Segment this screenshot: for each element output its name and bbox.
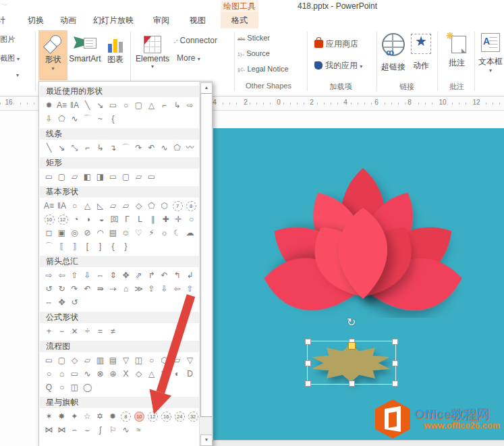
shape-icon[interactable]: ↶ bbox=[81, 283, 94, 296]
shape-icon[interactable]: ✸ bbox=[55, 410, 68, 423]
tab-design-partial[interactable]: 计 bbox=[0, 12, 8, 28]
adjustment-handle[interactable] bbox=[348, 342, 356, 350]
shape-icon[interactable]: ⊕ bbox=[107, 368, 119, 381]
shape-icon[interactable]: ⚡ bbox=[145, 227, 158, 240]
textbox-button[interactable]: A 文本框 ▾ bbox=[478, 33, 503, 74]
shape-icon[interactable]: ⬠ bbox=[171, 142, 184, 155]
shape-icon[interactable]: ☆ bbox=[81, 410, 94, 423]
shape-icon[interactable]: ∿ bbox=[81, 368, 94, 381]
shape-icon[interactable]: = bbox=[94, 325, 107, 338]
shape-icon[interactable]: + bbox=[43, 325, 55, 338]
shape-icon[interactable]: ▢ bbox=[55, 171, 68, 184]
shape-icon[interactable]: ⇔ bbox=[43, 296, 55, 309]
shape-icon[interactable]: ⇢ bbox=[107, 283, 119, 296]
shape-icon[interactable]: ↷ bbox=[132, 142, 145, 155]
shape-icon[interactable]: ⬠ bbox=[145, 200, 158, 213]
shape-icon[interactable]: ✥ bbox=[55, 296, 68, 309]
sticker-button[interactable]: abcSticker bbox=[237, 34, 270, 42]
shape-icon[interactable]: ✶ bbox=[43, 410, 55, 423]
shape-icon[interactable]: ⇦ bbox=[55, 269, 68, 282]
more-button[interactable]: More ▾ bbox=[177, 53, 200, 63]
shape-icon[interactable]: ⬠ bbox=[55, 113, 68, 126]
shape-icon[interactable]: ↶ bbox=[158, 269, 171, 282]
menu-scrollbar[interactable]: ▲ ▼ bbox=[199, 82, 212, 446]
shape-icon[interactable]: ▭ bbox=[43, 354, 55, 367]
shapes-button[interactable]: 形状 ▾ bbox=[38, 30, 67, 80]
shape-icon[interactable]: ☺ bbox=[119, 227, 132, 240]
shape-icon[interactable]: − bbox=[55, 325, 68, 338]
app-store-button[interactable]: 应用商店 bbox=[314, 38, 358, 50]
shape-icon[interactable]: ↱ bbox=[145, 269, 158, 282]
shape-icon[interactable]: ◔ bbox=[69, 213, 82, 226]
shape-icon[interactable]: ♡ bbox=[132, 227, 145, 240]
tab-review[interactable]: 审阅 bbox=[146, 12, 177, 28]
shape-icon[interactable]: ◎ bbox=[68, 227, 81, 240]
shape-icon[interactable]: ◨ bbox=[94, 171, 107, 184]
shape-icon[interactable]: ▭ bbox=[107, 99, 119, 112]
resize-handle-bottom-middle[interactable] bbox=[349, 381, 355, 387]
shape-icon[interactable]: ○ bbox=[68, 200, 81, 213]
shape-icon[interactable]: ▣ bbox=[55, 227, 68, 240]
shape-icon[interactable]: 12 bbox=[58, 215, 68, 225]
shape-icon[interactable]: ◇ bbox=[132, 368, 145, 381]
shape-icon[interactable]: ↺ bbox=[43, 283, 55, 296]
shape-icon[interactable]: ~ bbox=[94, 113, 107, 126]
rotate-handle-icon[interactable]: ↻ bbox=[347, 316, 356, 329]
screenshot-button-clipped[interactable]: 截图 ▾ bbox=[0, 53, 20, 63]
shape-icon[interactable]: ⌒ bbox=[119, 142, 132, 155]
shape-icon[interactable]: ⇩ bbox=[43, 113, 55, 126]
shape-icon[interactable]: ▽ bbox=[119, 354, 132, 367]
resize-handle-bottom-right[interactable] bbox=[392, 381, 398, 387]
my-apps-button[interactable]: 我的应用 ▾ bbox=[314, 60, 362, 72]
shape-icon[interactable]: ▭ bbox=[145, 171, 158, 184]
shape-icon[interactable]: 7 bbox=[173, 201, 183, 211]
shape-icon[interactable]: ▥ bbox=[94, 354, 107, 367]
hyperlink-button[interactable]: co 超链接 bbox=[381, 33, 405, 73]
online-pictures-button-clipped[interactable]: 图片 bbox=[0, 34, 15, 45]
shape-icon[interactable]: ✹ bbox=[43, 99, 55, 112]
shape-icon[interactable]: ▱ bbox=[68, 171, 81, 184]
shape-icon[interactable]: ◫ bbox=[132, 354, 145, 367]
shape-icon[interactable]: ▤ bbox=[107, 354, 119, 367]
shape-icon[interactable]: ▭ bbox=[43, 171, 55, 184]
shape-icon[interactable]: ☁ bbox=[184, 227, 196, 240]
shape-icon[interactable]: ○ bbox=[185, 213, 198, 226]
shape-icon[interactable]: ↘ bbox=[94, 99, 107, 112]
scrollbar-thumb[interactable] bbox=[200, 93, 213, 417]
tab-format[interactable]: 格式 bbox=[221, 12, 258, 28]
quick-access-more-icon[interactable]: ﹀ bbox=[2, 1, 8, 10]
shape-icon[interactable]: ▢ bbox=[132, 99, 145, 112]
shape-icon[interactable]: ≠ bbox=[107, 325, 119, 338]
shape-icon[interactable]: L bbox=[134, 213, 146, 226]
shape-icon[interactable]: ≫ bbox=[132, 283, 145, 296]
shape-icon[interactable]: ∿ bbox=[158, 142, 171, 155]
shape-icon[interactable]: △ bbox=[145, 368, 158, 381]
shape-icon[interactable]: ⬡ bbox=[158, 354, 171, 367]
resize-handle-top-left[interactable] bbox=[305, 339, 311, 345]
connector-button[interactable]: ⤢Connector bbox=[174, 36, 217, 45]
shape-icon[interactable]: Q bbox=[43, 381, 55, 394]
shape-icon[interactable]: ↶ bbox=[145, 142, 158, 155]
shape-icon[interactable]: ◯ bbox=[81, 381, 94, 394]
shape-icon[interactable]: ▱ bbox=[81, 354, 94, 367]
lotus-flower-graphic[interactable] bbox=[262, 159, 464, 318]
shape-icon[interactable]: ✚ bbox=[159, 213, 172, 226]
resize-handle-middle-right[interactable] bbox=[392, 360, 398, 366]
shape-icon[interactable]: ◗ bbox=[82, 213, 95, 226]
shape-icon[interactable]: 32 bbox=[188, 412, 198, 422]
shape-icon[interactable]: ↴ bbox=[107, 142, 119, 155]
shape-icon[interactable]: D bbox=[184, 368, 196, 381]
resize-handle-top-right[interactable] bbox=[392, 339, 398, 345]
shape-icon[interactable]: ○ bbox=[55, 381, 68, 394]
shape-icon[interactable]: ↳ bbox=[94, 142, 107, 155]
shape-icon[interactable]: ◧ bbox=[81, 171, 94, 184]
tab-animations[interactable]: 动画 bbox=[53, 12, 84, 28]
shape-icon[interactable]: ⌣ bbox=[81, 424, 94, 437]
shape-icon[interactable]: ◫ bbox=[68, 381, 81, 394]
shape-icon[interactable]: } bbox=[119, 240, 132, 253]
shape-icon[interactable]: ⊘ bbox=[81, 227, 94, 240]
shape-icon[interactable]: ▤ bbox=[107, 227, 119, 240]
shape-icon[interactable]: ⇪ bbox=[145, 283, 158, 296]
shape-icon[interactable]: ⌂ bbox=[55, 368, 68, 381]
shape-icon[interactable]: 16 bbox=[161, 412, 171, 422]
